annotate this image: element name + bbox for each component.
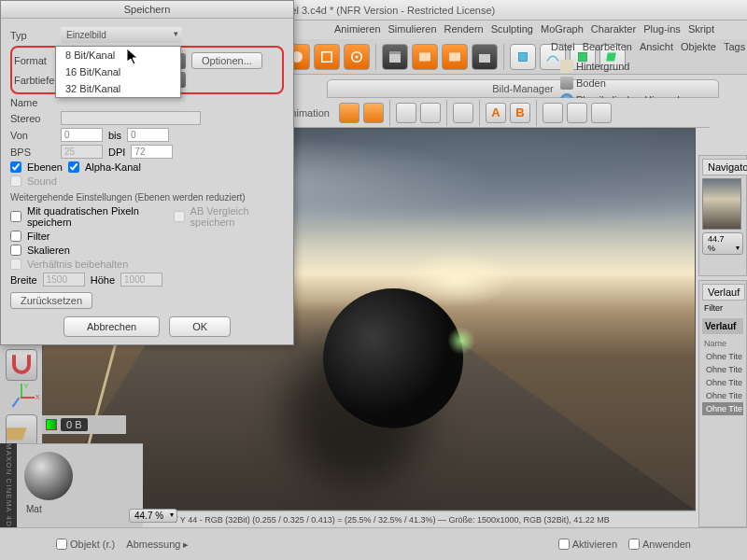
bm-layer-button-2[interactable] (420, 103, 441, 123)
om-menu-objekte[interactable]: Objekte (681, 41, 716, 52)
options-button[interactable]: Optionen... (191, 52, 262, 69)
cube-primitive-button[interactable] (510, 44, 536, 70)
svg-rect-5 (389, 51, 401, 54)
main-menubar: Animieren Simulieren Rendern Sculpting M… (327, 21, 747, 39)
alpha-checkbox[interactable] (68, 161, 79, 173)
skalieren-checkbox[interactable] (10, 245, 21, 256)
bm-single-button[interactable] (363, 103, 384, 123)
magnet-tool[interactable] (6, 349, 37, 381)
skalieren-label: Skalieren (27, 245, 70, 256)
name-column: Name (702, 337, 743, 350)
svg-rect-1 (322, 51, 332, 62)
material-preview-icon[interactable] (24, 452, 73, 500)
typ-dropdown[interactable]: Einzelbild (61, 27, 182, 43)
render-settings-button[interactable] (344, 44, 370, 70)
object-boden[interactable]: Boden (560, 75, 696, 91)
svg-rect-9 (519, 52, 528, 61)
history-item[interactable]: Ohne Tite (702, 350, 743, 363)
dpi-label: DPI (108, 147, 125, 158)
timeline-button-2[interactable] (442, 44, 468, 70)
navigator-thumbnail[interactable] (702, 178, 741, 230)
mat-zoom-dropdown[interactable]: 44.7 % (129, 509, 177, 523)
menu-mograph[interactable]: MoGraph (541, 23, 584, 36)
bm-compare-button[interactable] (453, 103, 473, 123)
menu-rendern[interactable]: Rendern (444, 23, 484, 36)
object-hintergrund[interactable]: Hintergrund (560, 58, 696, 75)
sound-label: Sound (27, 175, 57, 187)
menu-charakter[interactable]: Charakter (591, 23, 636, 36)
quad-checkbox[interactable] (10, 211, 21, 222)
history-item[interactable]: Ohne Tite (702, 376, 743, 389)
bm-a-button[interactable]: A (486, 103, 506, 123)
axis-gizmo-icon[interactable]: Y X (7, 384, 35, 412)
render-region-button[interactable] (314, 44, 340, 70)
workplane-tool[interactable] (6, 414, 37, 446)
bm-filter-button-2[interactable] (567, 103, 587, 123)
menu-simulieren[interactable]: Simulieren (388, 23, 437, 36)
reset-button[interactable]: Zurücksetzen (10, 292, 92, 309)
history-item[interactable]: Ohne Tite (702, 389, 743, 402)
material-panel: Mat (17, 443, 143, 527)
ok-button[interactable]: OK (169, 316, 231, 337)
clapper-icon[interactable] (382, 44, 408, 70)
dpi-field[interactable] (131, 145, 173, 159)
save-dialog: Speichern Typ Einzelbild Format TIFF (PS… (0, 0, 294, 345)
menu-sculpting[interactable]: Sculpting (491, 23, 533, 36)
tab-navigator[interactable]: Navigator (702, 159, 747, 175)
timeline-button-1[interactable] (412, 44, 438, 70)
breite-label: Breite (10, 274, 37, 286)
ab-label: AB Vergleich speichern (190, 205, 284, 228)
svg-rect-6 (419, 52, 430, 61)
ebenen-checkbox[interactable] (10, 161, 21, 173)
background-icon (560, 60, 573, 73)
bottom-bar: Objekt (r.) Abmessung ▸ Aktivieren Anwen… (0, 527, 747, 560)
timeline-mini: 0 B (42, 415, 126, 434)
quad-label: Mit quadratischen Pixeln speichern (27, 205, 168, 228)
history-item[interactable]: Ohne Tite (702, 363, 743, 376)
menu-plugins[interactable]: Plug-ins (643, 23, 681, 36)
dropdown-item-16bit[interactable]: 16 Bit/Kanal (56, 63, 180, 80)
cancel-button[interactable]: Abbrechen (63, 316, 160, 337)
advanced-title: Weitergehende Einstellungen (Ebenen werd… (10, 192, 284, 203)
breite-field (43, 273, 85, 287)
om-menu-ansicht[interactable]: Ansicht (640, 41, 673, 52)
dropdown-item-32bit[interactable]: 32 Bit/Kanal (56, 80, 180, 97)
material-name[interactable]: Mat (21, 504, 139, 514)
menu-skript[interactable]: Skript (688, 23, 714, 36)
tab-verlauf[interactable]: Verlauf (702, 284, 745, 301)
bps-field (61, 145, 103, 159)
objekt-toggle[interactable]: Objekt (r.) (56, 539, 115, 550)
bm-filter-button-3[interactable] (591, 103, 612, 123)
aktivieren-toggle[interactable]: Aktivieren (558, 539, 617, 550)
svg-point-3 (356, 55, 359, 58)
alpha-label: Alpha-Kanal (85, 161, 141, 173)
bis-field[interactable] (127, 128, 169, 142)
bild-manager-toolbar: Animation A B (280, 98, 710, 128)
von-field[interactable] (61, 128, 103, 142)
om-menu-datei[interactable]: Datei (551, 41, 575, 52)
bild-manager-title: Bild-Manager (492, 83, 553, 94)
filter-label[interactable]: Filter (702, 301, 743, 315)
sound-checkbox (10, 175, 21, 187)
clapper-2-icon[interactable] (472, 44, 498, 70)
abmessung-toggle[interactable]: Abmessung ▸ (126, 539, 189, 551)
anwenden-toggle[interactable]: Anwenden (628, 539, 691, 550)
stereo-field[interactable] (61, 111, 201, 125)
verlauf-header: Verlauf (702, 318, 743, 334)
filter-checkbox[interactable] (10, 231, 21, 242)
filter-label: Filter (27, 231, 49, 242)
history-item-selected[interactable]: Ohne Tite (702, 402, 743, 415)
bm-rgb-button[interactable] (339, 103, 359, 123)
history-panel: Verlauf Ster Filter Verlauf Name Ohne Ti… (698, 280, 747, 527)
bm-b-button[interactable]: B (510, 103, 530, 123)
menu-animieren[interactable]: Animieren (334, 23, 381, 36)
nav-zoom-dropdown[interactable]: 44.7 % (702, 232, 743, 255)
von-label: Von (10, 130, 55, 141)
bm-filter-button-1[interactable] (543, 103, 563, 123)
bm-layer-button-1[interactable] (396, 103, 416, 123)
om-menu-tags[interactable]: Tags (724, 41, 745, 52)
om-menu-bearbeiten[interactable]: Bearbeiten (583, 41, 632, 52)
typ-label: Typ (10, 30, 55, 41)
hoehe-label: Höhe (91, 274, 115, 286)
dropdown-item-8bit[interactable]: 8 Bit/Kanal (56, 47, 180, 63)
